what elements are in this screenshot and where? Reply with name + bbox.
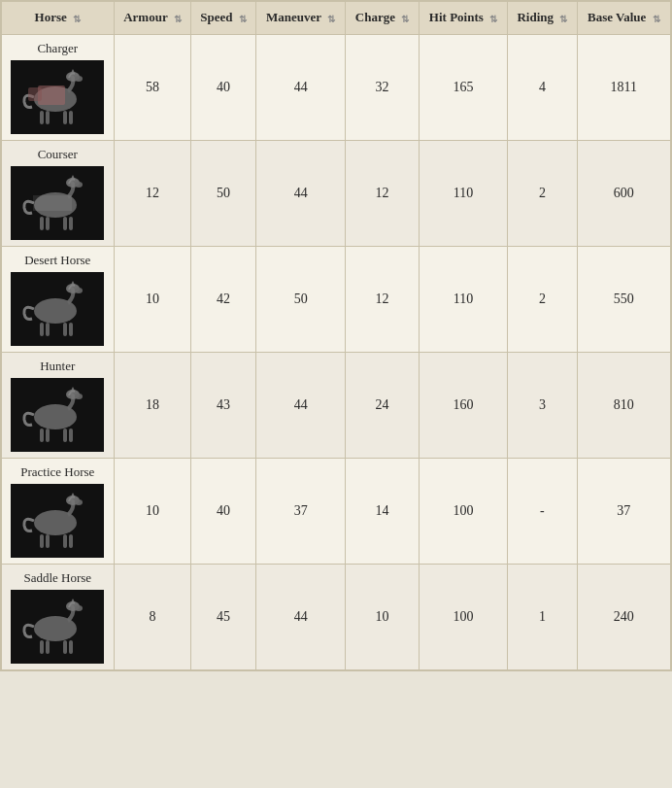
horse-image (11, 60, 104, 134)
cell-armour: 18 (114, 352, 191, 458)
cell-speed: 50 (191, 140, 256, 246)
col-header-base-value[interactable]: Base Value ⇅ (577, 2, 670, 35)
cell-armour: 10 (114, 458, 191, 564)
table-row: Hunter 184344241603810 (2, 352, 671, 458)
svg-rect-13 (69, 217, 73, 230)
svg-rect-20 (69, 323, 73, 336)
cell-speed: 43 (191, 352, 256, 458)
col-header-armour[interactable]: Armour ⇅ (114, 2, 191, 35)
cell-armour: 58 (114, 34, 191, 140)
cell-riding: 2 (508, 246, 577, 352)
cell-hit_points: 110 (419, 140, 508, 246)
horses-table: Horse ⇅ Armour ⇅ Speed ⇅ Maneuver ⇅ Char… (1, 1, 671, 670)
horse-cell-hunter: Hunter (2, 352, 115, 458)
col-label-charge: Charge (355, 10, 395, 24)
horse-name: Desert Horse (6, 253, 110, 268)
cell-maneuver: 44 (255, 34, 346, 140)
horse-name: Saddle Horse (6, 570, 110, 586)
svg-rect-21 (40, 323, 44, 336)
cell-armour: 10 (114, 246, 191, 352)
svg-rect-41 (69, 640, 73, 654)
cell-base_value: 37 (577, 458, 670, 564)
cell-charge: 32 (346, 34, 419, 140)
cell-charge: 24 (346, 352, 419, 458)
col-label-armour: Armour (123, 10, 167, 24)
svg-rect-4 (69, 111, 73, 124)
cell-riding: 4 (508, 34, 577, 140)
svg-rect-42 (40, 640, 44, 654)
svg-rect-43 (46, 640, 50, 654)
cell-hit_points: 100 (419, 564, 508, 669)
svg-point-2 (75, 76, 83, 82)
table-row: Charger 5840443216541811 (2, 34, 671, 140)
col-label-maneuver: Maneuver (266, 10, 321, 24)
svg-rect-28 (40, 428, 44, 442)
svg-rect-33 (63, 534, 67, 548)
svg-rect-40 (63, 640, 67, 654)
svg-rect-15 (46, 217, 50, 230)
horse-name: Charger (6, 41, 110, 56)
svg-point-39 (75, 605, 83, 611)
svg-rect-19 (63, 323, 67, 336)
svg-point-11 (75, 182, 83, 188)
svg-rect-22 (46, 323, 50, 336)
col-header-charge[interactable]: Charge ⇅ (346, 2, 419, 35)
svg-rect-12 (63, 217, 67, 230)
cell-speed: 42 (191, 246, 256, 352)
sort-icon-charge: ⇅ (401, 13, 409, 25)
horse-name: Courser (6, 147, 110, 162)
sort-icon-hit-points: ⇅ (489, 13, 497, 25)
cell-armour: 12 (114, 140, 191, 246)
cell-maneuver: 44 (255, 352, 346, 458)
horse-cell-practice-horse: Practice Horse (2, 458, 115, 564)
svg-rect-7 (38, 86, 65, 105)
cell-speed: 40 (191, 458, 256, 564)
svg-rect-34 (69, 534, 73, 548)
cell-base_value: 1811 (577, 34, 670, 140)
cell-base_value: 550 (577, 246, 670, 352)
horse-image (11, 166, 104, 240)
col-label-riding: Riding (517, 10, 554, 24)
cell-riding: 1 (508, 564, 577, 669)
svg-rect-8 (28, 87, 42, 101)
cell-hit_points: 110 (419, 246, 508, 352)
horse-cell-charger: Charger (2, 34, 115, 140)
svg-rect-29 (46, 428, 50, 442)
svg-point-18 (75, 288, 83, 293)
cell-speed: 40 (191, 34, 256, 140)
cell-armour: 8 (114, 564, 191, 669)
svg-rect-35 (40, 534, 44, 548)
svg-point-25 (75, 394, 83, 399)
cell-base_value: 240 (577, 564, 670, 669)
horse-image (11, 378, 104, 452)
sort-icon-base-value: ⇅ (653, 13, 660, 25)
table-row: Practice Horse 10403714100-37 (2, 458, 671, 564)
cell-maneuver: 50 (255, 246, 346, 352)
cell-riding: - (508, 458, 577, 564)
col-header-horse[interactable]: Horse ⇅ (2, 2, 115, 35)
horse-image (11, 272, 104, 346)
horse-cell-courser: Courser (2, 140, 115, 246)
svg-point-32 (75, 499, 83, 505)
col-header-speed[interactable]: Speed ⇅ (191, 2, 256, 35)
cell-riding: 2 (508, 140, 577, 246)
table-header-row: Horse ⇅ Armour ⇅ Speed ⇅ Maneuver ⇅ Char… (2, 2, 671, 35)
col-label-speed: Speed (200, 10, 232, 24)
cell-riding: 3 (508, 352, 577, 458)
cell-maneuver: 44 (255, 140, 346, 246)
col-label-base-value: Base Value (588, 10, 646, 24)
cell-hit_points: 160 (419, 352, 508, 458)
col-header-riding[interactable]: Riding ⇅ (508, 2, 577, 35)
svg-rect-5 (40, 111, 44, 124)
table-row: Desert Horse 104250121102550 (2, 246, 671, 352)
cell-maneuver: 44 (255, 564, 346, 669)
svg-rect-27 (69, 428, 73, 442)
svg-rect-6 (46, 111, 50, 124)
sort-icon-horse: ⇅ (73, 13, 81, 25)
col-label-horse: Horse (35, 10, 67, 24)
col-header-hit-points[interactable]: Hit Points ⇅ (419, 2, 508, 35)
horse-cell-saddle-horse: Saddle Horse (2, 564, 115, 669)
horse-image (11, 484, 104, 558)
svg-rect-36 (46, 534, 50, 548)
col-header-maneuver[interactable]: Maneuver ⇅ (255, 2, 346, 35)
